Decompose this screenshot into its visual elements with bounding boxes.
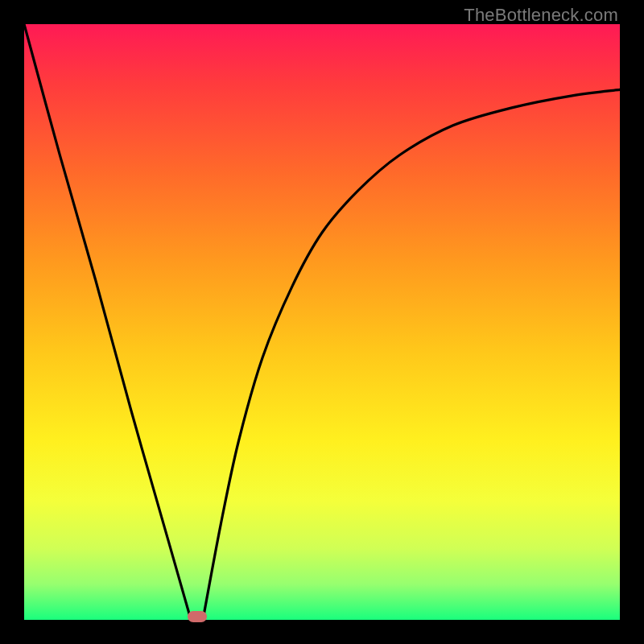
left-branch-curve	[24, 24, 191, 620]
watermark-label: TheBottleneck.com	[464, 5, 618, 26]
plot-area	[24, 24, 620, 620]
minimum-marker	[188, 611, 207, 622]
chart-container: TheBottleneck.com	[0, 0, 644, 644]
curves-layer	[24, 24, 620, 620]
right-branch-curve	[203, 89, 620, 620]
